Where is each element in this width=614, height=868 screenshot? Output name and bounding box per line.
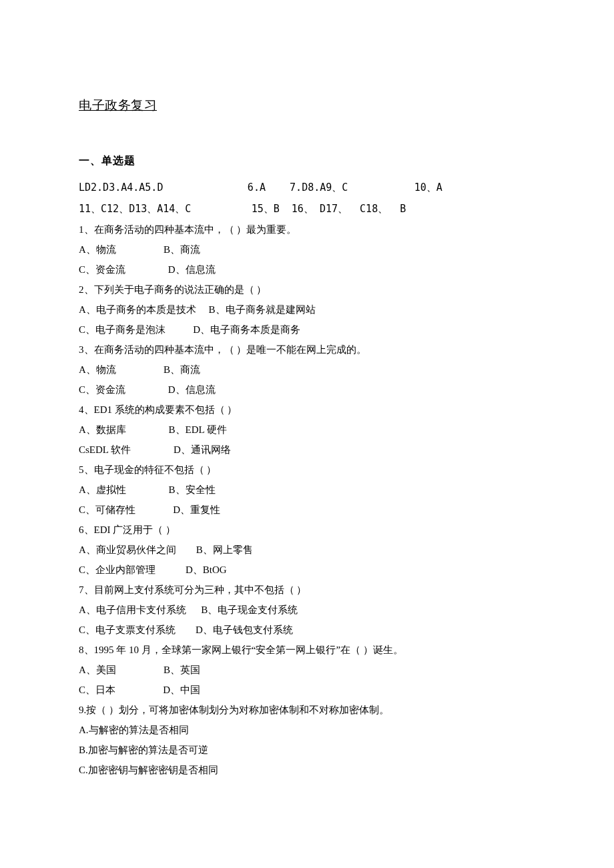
question-7-options-1: A、电子信用卡支付系统 B、电子现金支付系统 bbox=[79, 600, 535, 620]
question-9-option-a: A.与解密的算法是否相同 bbox=[79, 720, 535, 740]
question-8-options-1: A、美国 B、英国 bbox=[79, 660, 535, 680]
question-7-options-2: C、电子支票支付系统 D、电子钱包支付系统 bbox=[79, 620, 535, 640]
question-2: 2、下列关于电子商务的说法正确的是（ ） A、电子商务的本质是技术 B、电子商务… bbox=[79, 280, 535, 340]
question-2-options-1: A、电子商务的本质是技术 B、电子商务就是建网站 bbox=[79, 300, 535, 320]
question-4-options-2: CsEDL 软件 D、通讯网络 bbox=[79, 440, 535, 460]
question-4-options-1: A、数据库 B、EDL 硬件 bbox=[79, 420, 535, 440]
question-3-text: 3、在商务活动的四种基本流中，（ ）是唯一不能在网上完成的。 bbox=[79, 340, 535, 360]
question-9: 9.按（ ）划分，可将加密体制划分为对称加密体制和不对称加密体制。 A.与解密的… bbox=[79, 700, 535, 780]
question-9-option-c: C.加密密钥与解密密钥是否相同 bbox=[79, 760, 535, 780]
question-9-option-b: B.加密与解密的算法是否可逆 bbox=[79, 740, 535, 760]
question-4-text: 4、ED1 系统的构成要素不包括（ ） bbox=[79, 400, 535, 420]
question-3: 3、在商务活动的四种基本流中，（ ）是唯一不能在网上完成的。 A、物流 B、商流… bbox=[79, 340, 535, 400]
question-1-options-2: C、资金流 D、信息流 bbox=[79, 260, 535, 280]
answers-row-1: LD2.D3.A4.A5.D 6.A 7.D8.A9、C 10、A bbox=[79, 177, 535, 199]
question-5-text: 5、电子现金的特征不包括（ ） bbox=[79, 460, 535, 480]
question-8-text: 8、1995 年 10 月，全球第一家网上银行“安全第一网上银行”在（ ）诞生。 bbox=[79, 640, 535, 660]
answers-row-2: 11、C12、D13、A14、C 15、B 16、 D17、 C18、 B bbox=[79, 199, 535, 220]
question-6-options-2: C、企业内部管理 D、BtOG bbox=[79, 560, 535, 580]
question-1: 1、在商务活动的四种基本流中，（ ）最为重要。 A、物流 B、商流 C、资金流 … bbox=[79, 220, 535, 280]
question-7: 7、目前网上支付系统可分为三种，其中不包括（ ） A、电子信用卡支付系统 B、电… bbox=[79, 580, 535, 640]
question-5-options-1: A、虚拟性 B、安全性 bbox=[79, 480, 535, 500]
question-9-text: 9.按（ ）划分，可将加密体制划分为对称加密体制和不对称加密体制。 bbox=[79, 700, 535, 720]
question-7-text: 7、目前网上支付系统可分为三种，其中不包括（ ） bbox=[79, 580, 535, 600]
section-header: 一、单选题 bbox=[79, 151, 535, 171]
question-6: 6、EDI 广泛用于（ ） A、商业贸易伙伴之间 B、网上零售 C、企业内部管理… bbox=[79, 520, 535, 580]
question-8-options-2: C、日本 D、中国 bbox=[79, 680, 535, 700]
question-2-text: 2、下列关于电子商务的说法正确的是（ ） bbox=[79, 280, 535, 300]
question-2-options-2: C、电子商务是泡沫 D、电子商务本质是商务 bbox=[79, 320, 535, 340]
question-3-options-1: A、物流 B、商流 bbox=[79, 360, 535, 380]
question-1-text: 1、在商务活动的四种基本流中，（ ）最为重要。 bbox=[79, 220, 535, 240]
question-6-text: 6、EDI 广泛用于（ ） bbox=[79, 520, 535, 540]
question-3-options-2: C、资金流 D、信息流 bbox=[79, 380, 535, 400]
question-1-options-1: A、物流 B、商流 bbox=[79, 240, 535, 260]
page-title: 电子政务复习 bbox=[79, 93, 535, 117]
question-4: 4、ED1 系统的构成要素不包括（ ） A、数据库 B、EDL 硬件 CsEDL… bbox=[79, 400, 535, 460]
question-5-options-2: C、可储存性 D、重复性 bbox=[79, 500, 535, 520]
question-6-options-1: A、商业贸易伙伴之间 B、网上零售 bbox=[79, 540, 535, 560]
question-8: 8、1995 年 10 月，全球第一家网上银行“安全第一网上银行”在（ ）诞生。… bbox=[79, 640, 535, 700]
question-5: 5、电子现金的特征不包括（ ） A、虚拟性 B、安全性 C、可储存性 D、重复性 bbox=[79, 460, 535, 520]
